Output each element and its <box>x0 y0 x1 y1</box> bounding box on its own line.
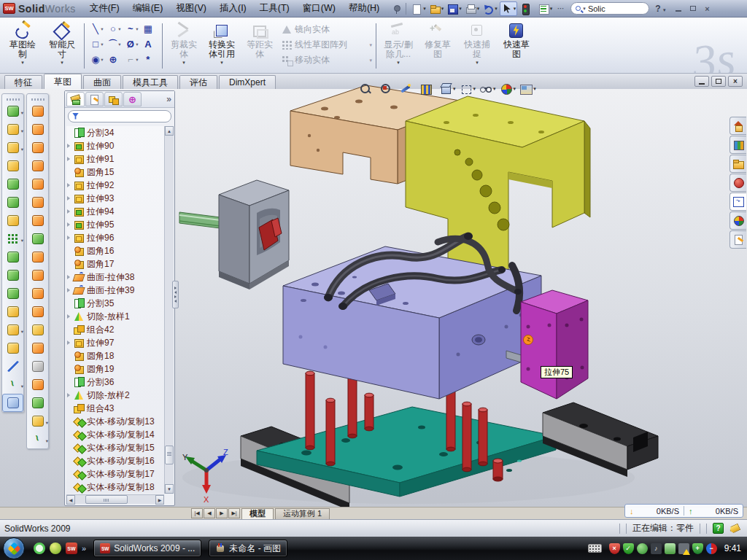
tree-filter-input[interactable] <box>68 110 171 122</box>
appearances-icon[interactable]: ▾ <box>500 82 516 96</box>
scroll-thumb[interactable] <box>85 495 128 504</box>
feature-tree-item[interactable]: 拉伸93 <box>66 192 164 205</box>
sketch-entity-button[interactable]: ◉▾ <box>88 52 106 67</box>
left-toolbar-button[interactable]: ▾ <box>27 303 48 321</box>
appearances-scenes-tab[interactable] <box>729 211 746 230</box>
feature-tree-item[interactable]: 实体-移动/复制15 <box>66 441 164 454</box>
app-icon[interactable] <box>50 542 61 554</box>
messenger-tray-icon[interactable] <box>665 543 676 554</box>
minimize-button[interactable] <box>672 3 685 14</box>
print-button[interactable]: ▾ <box>464 1 481 16</box>
display-style-icon[interactable]: ▾ <box>460 82 476 96</box>
custom-properties-tab[interactable] <box>729 230 746 249</box>
study-nav-button[interactable]: ▶ <box>216 508 228 518</box>
expander-icon[interactable] <box>67 275 73 279</box>
left-toolbar-button[interactable]: ▾ <box>27 430 48 448</box>
feature-tree-item[interactable]: 拉伸94 <box>66 205 164 218</box>
feature-tree-item[interactable]: 分割36 <box>66 376 164 389</box>
feature-tree-item[interactable]: 拉伸90 <box>66 139 164 152</box>
expander-icon[interactable] <box>67 341 73 345</box>
feature-tree-item[interactable]: 拉伸92 <box>66 179 164 192</box>
panel-splitter-handle[interactable] <box>172 281 179 308</box>
help-button[interactable]: ? ▾ <box>654 4 667 14</box>
feature-tree-item[interactable]: 拉伸96 <box>66 231 164 244</box>
left-toolbar-button[interactable]: ▾ <box>27 284 48 303</box>
network-warning-icon[interactable] <box>678 543 689 554</box>
defender-icon[interactable]: + <box>692 543 703 554</box>
left-toolbar-button[interactable]: ▾ <box>27 102 48 120</box>
left-toolbar-button[interactable]: ▾ <box>2 193 23 211</box>
view-palette-tab[interactable] <box>729 192 746 211</box>
quick-tips-icon[interactable]: ? <box>713 523 724 534</box>
search-box[interactable]: ▾ Solic <box>570 2 649 15</box>
rebuild-button[interactable]: ▾ <box>519 1 535 16</box>
hide-show-items-icon[interactable]: ▾ <box>479 82 496 96</box>
close-button[interactable]: × <box>701 3 714 14</box>
left-toolbar-button[interactable]: ▾ <box>2 157 23 175</box>
solidworks-resources-tab[interactable] <box>729 117 746 135</box>
toolbar-button[interactable]: 剪裁实体▾ <box>166 20 202 67</box>
taskbar-window-button[interactable]: 未命名 - 画图 <box>209 540 287 557</box>
feature-tree-item[interactable]: 拉伸95 <box>66 218 164 231</box>
expander-icon[interactable] <box>67 222 73 227</box>
feature-tree-item[interactable]: 实体-移动/复制13 <box>66 415 164 428</box>
menu-item[interactable]: 帮助(H) <box>342 2 386 15</box>
volume-icon[interactable]: ♪ <box>651 543 662 554</box>
panel-overflow-chevron[interactable]: » <box>166 94 171 104</box>
toolbar-button[interactable]: 转换实体引用▾ <box>204 20 240 67</box>
tag-icon[interactable] <box>729 523 741 534</box>
feature-tree-item[interactable]: 实体-移动/复制18 <box>66 481 164 494</box>
dynamic-view-icon[interactable]: ▾ <box>399 82 416 96</box>
expander-icon[interactable] <box>67 183 73 187</box>
file-explorer-tab[interactable] <box>729 155 746 173</box>
configurationmanager-tab[interactable] <box>104 92 123 106</box>
sketch-entity-button[interactable]: ○▾ <box>106 21 123 36</box>
toolbar-button[interactable]: 等距实体▾ <box>241 20 278 67</box>
feature-tree-item[interactable]: 切除-放样2 <box>66 389 164 402</box>
study-tab[interactable]: 模型 <box>241 508 274 519</box>
solidworks-icon[interactable] <box>66 542 77 554</box>
feature-tree-item[interactable]: 分割34 <box>66 126 164 139</box>
menu-item[interactable]: 工具(T) <box>253 2 296 15</box>
sketch-entity-button[interactable]: ⊕▾ <box>106 52 123 67</box>
feature-tree-item[interactable]: 组合43 <box>66 402 164 415</box>
feature-tree-item[interactable]: 组合42 <box>66 323 164 336</box>
sketch-entity-button[interactable]: ~▾ <box>123 21 141 36</box>
start-button[interactable] <box>3 537 25 559</box>
left-toolbar-button[interactable]: ▾ <box>27 412 48 430</box>
left-toolbar-button[interactable]: ▾ <box>2 211 23 230</box>
menu-item[interactable]: 编辑(E) <box>126 2 170 15</box>
left-toolbar-button[interactable]: ▾ <box>27 175 48 193</box>
scroll-thumb[interactable] <box>165 446 174 464</box>
left-toolbar-button[interactable]: ▾ <box>27 266 48 284</box>
options-button[interactable]: ▾ <box>537 1 554 16</box>
menu-item[interactable]: 插入(I) <box>213 2 253 15</box>
left-toolbar-button[interactable]: ▾ <box>27 376 48 394</box>
study-tab[interactable]: 运动算例 1 <box>275 508 330 519</box>
feature-tree-item[interactable]: 曲面-拉伸38 <box>66 271 164 284</box>
feature-tree-item[interactable]: 切除-放样1 <box>66 310 164 323</box>
left-toolbar-button[interactable]: ▾ <box>2 321 23 339</box>
left-toolbar-button[interactable]: ▾ <box>27 139 48 157</box>
study-nav-button[interactable]: |◀ <box>191 508 203 518</box>
taskbar-window-button[interactable]: SolidWorks 2009 - ... <box>93 540 201 557</box>
left-toolbar-button[interactable]: ▾ <box>2 102 23 120</box>
antivirus-icon[interactable]: ✓ <box>623 543 634 554</box>
feature-tree-item[interactable]: 圆角17 <box>66 257 164 271</box>
sketch-entity-button[interactable]: ▦▾ <box>141 21 158 36</box>
zoom-fit-icon[interactable]: ▾ <box>359 82 376 96</box>
sync-icon[interactable]: − <box>706 543 717 554</box>
feature-tree-item[interactable]: 曲面-拉伸39 <box>66 284 164 297</box>
sketch-entity-button[interactable]: A▾ <box>141 36 158 52</box>
sketch-entity-button[interactable]: *▾ <box>141 52 158 67</box>
sketch-entity-button[interactable]: ⌒▾ <box>106 36 123 52</box>
security-alert-icon[interactable]: × <box>609 543 620 554</box>
feature-tree-item[interactable]: 圆角16 <box>66 244 164 257</box>
sketch-entity-button[interactable]: Ø▾ <box>123 36 141 52</box>
toolbar-button[interactable]: 草图绘制▾ <box>4 20 42 67</box>
left-toolbar-button[interactable]: ▾ <box>27 394 48 412</box>
left-toolbar-button[interactable]: ▾ <box>2 376 23 394</box>
featuremanager-tab[interactable] <box>66 92 85 106</box>
left-toolbar-button[interactable]: ▾ <box>27 211 48 230</box>
save-button[interactable]: ▾ <box>446 1 462 16</box>
